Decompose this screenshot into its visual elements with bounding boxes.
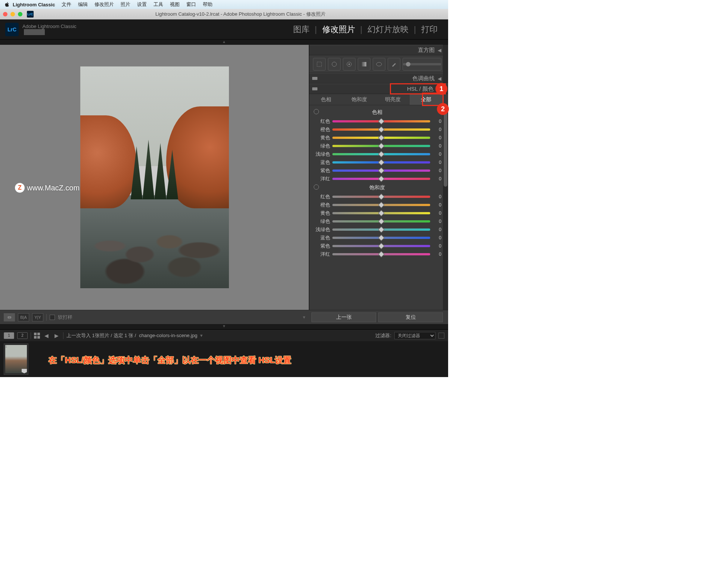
prev-photo-button[interactable]: 上一张 — [311, 312, 376, 322]
slider-track[interactable] — [332, 196, 430, 198]
slider-track[interactable] — [332, 161, 430, 164]
module-slideshow[interactable]: 幻灯片放映 — [362, 24, 414, 35]
spot-tool[interactable] — [328, 58, 341, 71]
view-before-after-lr[interactable]: B|A — [18, 313, 29, 321]
slider-track[interactable] — [332, 228, 430, 231]
filter-select[interactable]: 关闭过滤器 — [394, 332, 435, 339]
sat-slider-green[interactable]: 绿色0 — [313, 217, 441, 225]
close-button[interactable] — [3, 12, 7, 16]
view-loupe[interactable]: ▭ — [4, 313, 15, 321]
slider-thumb[interactable] — [378, 210, 385, 217]
mask-slider[interactable] — [403, 58, 441, 71]
slider-thumb[interactable] — [378, 194, 385, 200]
module-print[interactable]: 打印 — [416, 24, 443, 35]
view-before-after-split[interactable]: Y|Y — [32, 313, 43, 321]
panel-tonecurve-header[interactable]: 色调曲线 ◀ — [309, 73, 448, 84]
module-develop[interactable]: 修改照片 — [317, 24, 360, 35]
slider-thumb[interactable] — [378, 118, 385, 125]
filter-lock-icon[interactable] — [438, 333, 444, 339]
menu-window[interactable]: 窗口 — [186, 1, 196, 8]
module-library[interactable]: 图库 — [288, 24, 315, 35]
grid-view-icon[interactable] — [34, 333, 40, 339]
sat-slider-aqua[interactable]: 浅绿色0 — [313, 225, 441, 234]
slider-track[interactable] — [332, 145, 430, 147]
hue-slider-red[interactable]: 红色0 — [313, 117, 441, 125]
menu-view[interactable]: 视图 — [170, 1, 180, 8]
slider-thumb[interactable] — [378, 202, 385, 208]
nav-forward-icon[interactable]: ▶ — [53, 333, 60, 339]
slider-track[interactable] — [332, 204, 430, 206]
menu-settings[interactable]: 设置 — [137, 1, 147, 8]
panel-hsl-header[interactable]: HSL / 颜色 ▼ — [309, 84, 448, 94]
slider-track[interactable] — [332, 212, 430, 214]
zoom-button[interactable] — [18, 12, 22, 16]
primary-monitor-button[interactable]: 1 — [4, 332, 14, 339]
sat-slider-yellow[interactable]: 黄色0 — [313, 209, 441, 217]
slider-track[interactable] — [332, 253, 430, 255]
slider-thumb[interactable] — [378, 235, 385, 241]
target-adjust-icon[interactable] — [314, 109, 319, 114]
tab-luminance[interactable]: 明亮度 — [376, 94, 410, 105]
redeye-tool[interactable] — [343, 58, 356, 71]
toolbar-dropdown-icon[interactable]: ▾ — [303, 314, 305, 320]
slider-track[interactable] — [332, 237, 430, 239]
sat-slider-red[interactable]: 红色0 — [313, 193, 441, 201]
menu-photo[interactable]: 照片 — [121, 1, 130, 8]
slider-thumb[interactable] — [378, 218, 385, 225]
filmstrip-path[interactable]: 上一次导入 1张照片 / 选定 1 张 / — [66, 332, 136, 339]
menu-develop[interactable]: 修改照片 — [94, 1, 114, 8]
hue-slider-yellow[interactable]: 黄色0 — [313, 134, 441, 142]
slider-thumb[interactable] — [378, 251, 385, 258]
menu-edit[interactable]: 编辑 — [78, 1, 88, 8]
slider-track[interactable] — [332, 220, 430, 223]
tab-hue[interactable]: 色相 — [309, 94, 343, 105]
slider-track[interactable] — [332, 178, 430, 180]
hue-slider-aqua[interactable]: 浅绿色0 — [313, 150, 441, 158]
hue-slider-blue[interactable]: 蓝色0 — [313, 158, 441, 167]
menu-file[interactable]: 文件 — [62, 1, 71, 8]
menu-help[interactable]: 帮助 — [203, 1, 212, 8]
filmstrip-thumbnail[interactable]: 1 — [4, 343, 28, 375]
filmstrip[interactable]: 1 在「HSL/颜色」选项中单击「全部」以在一个视图中查看 HSL设置 — [0, 341, 448, 377]
slider-track[interactable] — [332, 153, 430, 155]
top-panel-collapse[interactable]: ▲ — [0, 40, 448, 45]
hue-slider-orange[interactable]: 橙色0 — [313, 125, 441, 134]
panel-histogram-header[interactable]: 直方图 ◀ — [309, 45, 448, 55]
slider-track[interactable] — [332, 120, 430, 122]
hue-slider-purple[interactable]: 紫色0 — [313, 167, 441, 175]
menu-tools[interactable]: 工具 — [153, 1, 163, 8]
tab-saturation[interactable]: 饱和度 — [343, 94, 376, 105]
image-canvas[interactable]: Z www.MacZ.com — [0, 45, 309, 310]
hue-slider-magenta[interactable]: 洋红0 — [313, 175, 441, 183]
panel-switch-icon[interactable] — [312, 77, 317, 80]
slider-thumb[interactable] — [378, 127, 385, 133]
panel-switch-icon[interactable] — [312, 87, 317, 90]
slider-thumb[interactable] — [378, 159, 385, 166]
tab-all[interactable]: 全部 — [410, 94, 443, 105]
identity-plate[interactable] — [24, 29, 45, 35]
filmstrip-filename[interactable]: change-colors-in-scene.jpg — [139, 333, 197, 338]
slider-thumb[interactable] — [378, 176, 385, 182]
reset-button[interactable]: 复位 — [378, 312, 443, 322]
sat-slider-magenta[interactable]: 洋红0 — [313, 250, 441, 258]
bottom-collapse[interactable]: ▼ — [0, 324, 448, 329]
slider-track[interactable] — [332, 245, 430, 247]
gradient-tool[interactable] — [358, 58, 370, 71]
hue-slider-green[interactable]: 绿色0 — [313, 142, 441, 150]
path-dropdown-icon[interactable]: ▾ — [200, 333, 203, 338]
slider-thumb[interactable] — [378, 135, 385, 141]
secondary-monitor-button[interactable]: 2 — [17, 332, 28, 339]
sat-slider-purple[interactable]: 紫色0 — [313, 242, 441, 250]
sat-slider-orange[interactable]: 橙色0 — [313, 201, 441, 209]
slider-thumb[interactable] — [378, 143, 385, 149]
sat-slider-blue[interactable]: 蓝色0 — [313, 234, 441, 242]
slider-track[interactable] — [332, 128, 430, 131]
slider-thumb[interactable] — [378, 168, 385, 174]
crop-tool[interactable] — [313, 58, 326, 71]
target-adjust-icon[interactable] — [314, 184, 319, 190]
slider-track[interactable] — [332, 137, 430, 139]
soft-proof-checkbox[interactable] — [50, 315, 55, 320]
nav-back-icon[interactable]: ◀ — [43, 333, 50, 339]
radial-tool[interactable] — [373, 58, 385, 71]
slider-thumb[interactable] — [378, 243, 385, 249]
